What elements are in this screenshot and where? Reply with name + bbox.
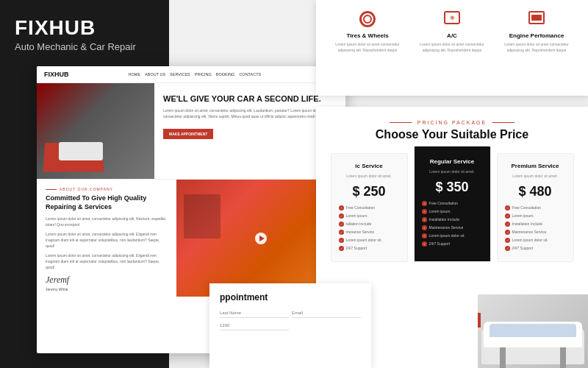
service-ac-title: A/C xyxy=(415,32,489,39)
last-name-field[interactable] xyxy=(220,308,289,318)
feature-item: Lorem ipsum dolor sit. xyxy=(422,232,483,240)
check-icon xyxy=(339,246,344,251)
feature-item: 24/7 Support xyxy=(422,240,483,248)
red-bar xyxy=(478,313,481,328)
feature-item: Installation Include xyxy=(422,216,483,224)
nav-booking[interactable]: BOOKING xyxy=(216,72,235,77)
service-tires-text: Lorem ipsum dolor sit amet consectetur a… xyxy=(331,42,404,53)
feature-item: Lorem ipsum. xyxy=(422,208,483,216)
car-lift-right xyxy=(560,346,566,368)
about-para-3: Lorem ipsum dolor sit amet, consectetur … xyxy=(46,252,168,270)
check-icon xyxy=(505,246,510,251)
check-icon xyxy=(339,213,344,219)
service-engine: Engine Perfomance Lorem ipsum dolor sit … xyxy=(500,11,573,85)
card-basic-price: $ 250 xyxy=(339,184,400,199)
check-icon xyxy=(505,238,510,243)
service-ac: A/C Lorem ipsum dolor sit amet consectet… xyxy=(415,11,489,85)
feature-item: Free Consultation xyxy=(339,204,400,212)
card-premium-price: $ 480 xyxy=(505,184,566,199)
card-basic-features: Free Consultation Lorem ipsum. tallation… xyxy=(339,204,400,252)
check-icon xyxy=(505,213,510,219)
service-tires-title: Tires & Wheels xyxy=(331,32,404,39)
engine-icon xyxy=(528,11,545,24)
nav-pricing[interactable]: PRICING xyxy=(195,72,212,77)
nav-logo: FIXHUB xyxy=(44,71,69,78)
feature-item: Lorem ipsum dolor sit. xyxy=(339,236,400,244)
feature-item: Maintenance Service xyxy=(505,228,566,236)
about-content: ABOUT OUR COMPANY Committed To Give High… xyxy=(37,180,176,297)
nav-services[interactable]: SERVICES xyxy=(170,72,190,77)
card-basic-title: ic Service xyxy=(339,163,400,169)
nav-contacts[interactable]: CONTACTS xyxy=(239,72,261,77)
card-premium-title: Premium Service xyxy=(505,163,566,169)
pricing-card-premium: Premium Service Lorem ipsum dolor sit am… xyxy=(497,153,574,262)
ac-icon xyxy=(444,11,460,24)
check-icon xyxy=(339,205,344,210)
about-section: ABOUT OUR COMPANY Committed To Give High… xyxy=(37,179,345,297)
pricing-card-regular: Regular Service Lorem ipsum dolor sit am… xyxy=(414,146,491,262)
feature-item: Lorem ipsum. xyxy=(505,212,566,220)
feature-item: Free Consultation xyxy=(422,199,483,208)
hero-title: WE'LL GIVE YOUR CAR A SECOND LIFE. xyxy=(163,94,337,104)
card-regular-title: Regular Service xyxy=(422,158,483,165)
check-icon xyxy=(339,222,344,227)
car-body xyxy=(484,322,582,347)
check-icon xyxy=(422,233,427,238)
brand-title: FIXHUB xyxy=(15,18,154,38)
card-basic-text: Lorem ipsum dolor sit amet. xyxy=(339,174,400,180)
feature-item: tallation Include xyxy=(339,220,400,228)
cta-button[interactable]: MAKE APPOINTMENT xyxy=(163,129,213,139)
pricing-card-basic: ic Service Lorem ipsum dolor sit amet. $… xyxy=(331,153,408,262)
check-icon xyxy=(505,230,510,235)
feature-item: Lorem ipsum dolor sit. xyxy=(505,236,566,244)
pricing-label: PRICING PACKAGE xyxy=(328,120,576,125)
about-para-2: Lorem ipsum dolor sit amet, consectetur … xyxy=(46,231,168,249)
feature-item: Installation Include xyxy=(505,220,566,228)
check-icon xyxy=(422,241,427,247)
about-title: Committed To Give High Quality Repairing… xyxy=(46,194,168,211)
appointment-panel: ppointment xyxy=(209,283,371,368)
check-icon xyxy=(505,205,510,210)
appointment-title: ppointment xyxy=(220,292,361,302)
hero-section: WE'LL GIVE YOUR CAR A SECOND LIFE. Lorem… xyxy=(37,83,345,179)
feature-item: ntenance Service xyxy=(339,228,400,236)
mock-nav: FIXHUB HOME ABOUT US SERVICES PRICING BO… xyxy=(37,66,345,83)
service-engine-title: Engine Perfomance xyxy=(500,32,573,39)
card-regular-price: $ 350 xyxy=(422,180,483,195)
ac-icon-container xyxy=(443,11,461,29)
tire-icon xyxy=(359,11,376,27)
car-lift-left xyxy=(500,346,506,368)
pricing-cards: ic Service Lorem ipsum dolor sit amet. $… xyxy=(328,153,576,262)
brand-subtitle: Auto Mechanic & Car Repair xyxy=(15,41,154,54)
card-regular-text: Lorem ipsum dolor sit amet. xyxy=(422,169,483,175)
feature-item: Lorem ipsum. xyxy=(339,212,400,220)
service-engine-text: Lorem ipsum dolor sit amet consectetur a… xyxy=(500,42,573,53)
time-field[interactable] xyxy=(220,321,289,330)
card-premium-text: Lorem ipsum dolor sit amet. xyxy=(505,174,566,180)
about-para-1: Lorem ipsum dolor sit amet, consectetur … xyxy=(46,216,168,227)
feature-item: 24/7 Support xyxy=(505,244,566,252)
nav-home[interactable]: HOME xyxy=(129,72,141,77)
check-icon xyxy=(422,209,427,214)
service-ac-text: Lorem ipsum dolor sit amet consectetur a… xyxy=(415,42,489,53)
nav-about[interactable]: ABOUT US xyxy=(145,72,165,77)
nav-links: HOME ABOUT US SERVICES PRICING BOOKING C… xyxy=(129,72,262,77)
card-regular-features: Free Consultation Lorem ipsum. Installat… xyxy=(422,199,483,248)
hero-description: Lorem ipsum dolor sit amet, consectetur … xyxy=(163,108,337,119)
check-icon xyxy=(505,222,510,227)
check-icon xyxy=(339,238,344,243)
check-icon xyxy=(422,201,427,206)
email-field[interactable] xyxy=(292,308,361,318)
engine-icon-container xyxy=(528,11,545,29)
check-icon xyxy=(422,225,427,230)
check-icon xyxy=(422,217,427,222)
pricing-title: Choose Your Suitable Price xyxy=(328,128,576,141)
feature-item: 24/7 Support xyxy=(339,244,400,252)
card-premium-features: Free Consultation Lorem ipsum. Installat… xyxy=(505,204,566,252)
tire-icon-container xyxy=(359,11,376,29)
hero-image xyxy=(37,83,154,179)
appointment-form xyxy=(220,308,361,330)
about-label: ABOUT OUR COMPANY xyxy=(46,187,168,191)
play-button[interactable] xyxy=(255,233,267,244)
signature-script: Jeremf xyxy=(46,275,168,286)
